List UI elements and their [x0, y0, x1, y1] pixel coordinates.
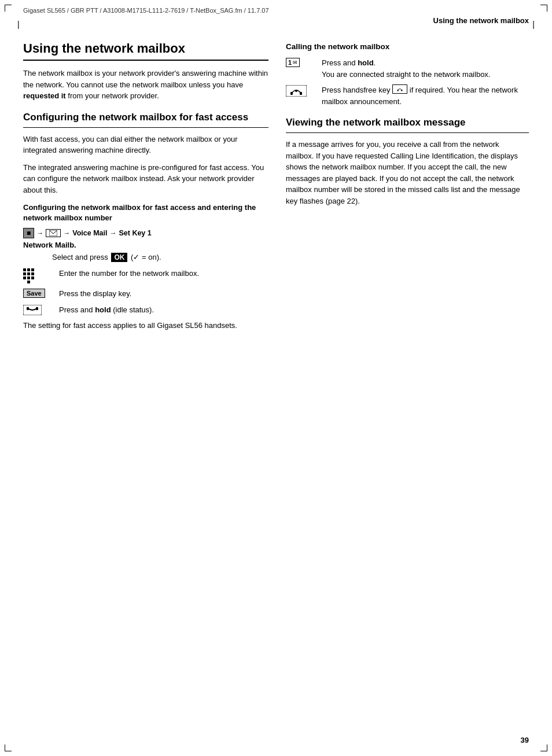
tick-mark-right: |: [532, 20, 535, 29]
right-column: Calling the network mailbox 1 ✉ Press an…: [286, 41, 529, 337]
subsection-title: Configuring the network mailbox for fast…: [23, 202, 268, 223]
handsfree-icon: [286, 85, 307, 97]
corner-mark-bl: [5, 744, 12, 751]
main-title-underline: [23, 60, 268, 61]
svg-rect-9: [401, 90, 402, 91]
corner-mark-br: [540, 744, 547, 751]
corner-mark-tr: [540, 5, 547, 12]
calling-text-2: Press handsfree key if required. You hea…: [322, 84, 529, 107]
calling-text-1: Press and hold.You are connected straigh…: [322, 57, 529, 80]
select-instruction: Select and press OK (✓ = on).: [52, 253, 268, 262]
menu-button-icon: ■: [23, 228, 34, 238]
intro-paragraph: The network mailbox is your network prov…: [23, 68, 268, 102]
svg-rect-6: [300, 92, 302, 95]
tick-mark-left: |: [17, 20, 20, 29]
top-right-section-label: Using the network mailbox: [433, 16, 529, 25]
svg-rect-3: [36, 307, 38, 310]
svg-rect-2: [27, 307, 29, 310]
ok-badge: OK: [111, 253, 127, 262]
page: Gigaset SL565 / GBR PTT / A31008-M1715-L…: [0, 0, 552, 756]
instruction-row-2: Save Press the display key.: [23, 288, 268, 300]
end-call-icon-container: [23, 304, 52, 315]
keypad-icon: [23, 268, 34, 283]
viewing-section-underline: [286, 132, 529, 133]
instruction-row-1: Enter the number for the network mailbox…: [23, 268, 268, 283]
handsfree-inline-box: [392, 84, 407, 94]
instruction-text-1: Enter the number for the network mailbox…: [59, 268, 268, 279]
svg-rect-8: [398, 90, 399, 91]
instruction-text-3: Press and hold (idle status).: [59, 304, 268, 316]
calling-instruction-1: 1 ✉ Press and hold.You are connected str…: [286, 57, 529, 80]
corner-mark-tl: [5, 5, 12, 12]
calling-instruction-2: Press handsfree key if required. You hea…: [286, 84, 529, 107]
main-content: Using the network mailbox The network ma…: [0, 29, 552, 360]
viewing-section-title: Viewing the network mailbox message: [286, 116, 529, 129]
main-title: Using the network mailbox: [23, 41, 268, 56]
envelope-icon: [49, 230, 57, 236]
svg-rect-5: [290, 92, 293, 95]
left-column: Using the network mailbox The network ma…: [23, 41, 268, 337]
section1-para2: The integrated answering machine is pre-…: [23, 162, 268, 196]
handsfree-icon-container: [286, 84, 315, 97]
save-badge: Save: [23, 289, 45, 298]
voicemail-subscript: ✉: [293, 60, 297, 65]
envelope-nav-icon: [46, 229, 61, 237]
footer-text: The setting for fast access applies to a…: [23, 320, 268, 331]
handsfree-inline-icon: [395, 86, 404, 93]
nav-path: ■ → → Voice Mail → Set Key 1: [23, 228, 268, 238]
svg-point-7: [295, 90, 297, 92]
save-icon-container: Save: [23, 288, 52, 298]
section1-title: Configuring the network mailbox for fast…: [23, 111, 268, 124]
page-number: 39: [521, 736, 529, 744]
end-call-icon: [23, 305, 42, 315]
section1-para1: With fast access, you can dial either th…: [23, 134, 268, 156]
keypad-icon-container: [23, 268, 52, 283]
viewing-section-text: If a message arrives for you, you receiv…: [286, 139, 529, 206]
key-1-box: 1 ✉: [286, 58, 300, 67]
instruction-text-2: Press the display key.: [59, 288, 268, 300]
instruction-row-3: Press and hold (idle status).: [23, 304, 268, 316]
key1-icon-container: 1 ✉: [286, 57, 315, 67]
header-text: Gigaset SL565 / GBR PTT / A31008-M1715-L…: [23, 7, 269, 14]
section1-underline: [23, 127, 268, 128]
calling-section-title: Calling the network mailbox: [286, 41, 529, 53]
network-mailb-label: Network Mailb.: [23, 241, 268, 249]
